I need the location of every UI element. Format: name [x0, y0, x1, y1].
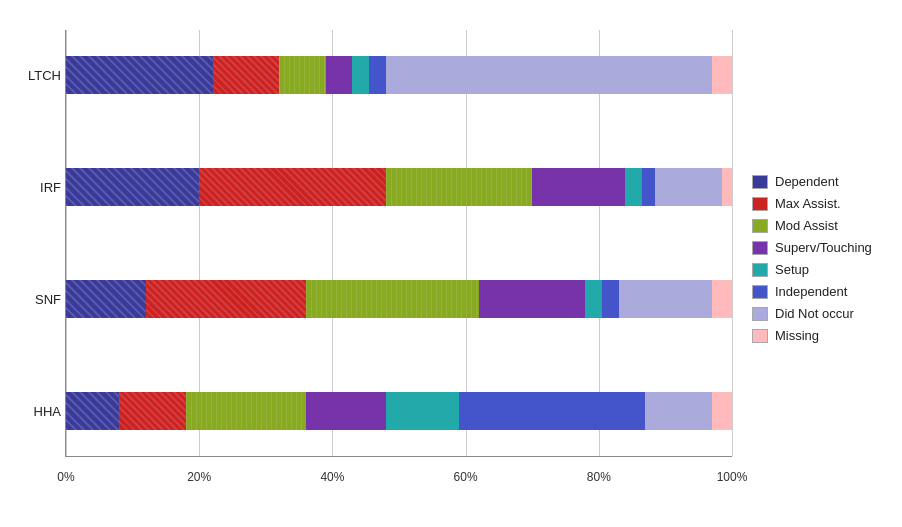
bar-segment-independent [369, 56, 386, 94]
bar-segment-superv-touching [306, 392, 386, 430]
bar-segment-independent [459, 392, 645, 430]
legend-label: Mod Assist [775, 218, 838, 233]
x-axis-label: 80% [587, 470, 611, 484]
bar-segment-independent [642, 168, 655, 206]
bar-segment-independent [602, 280, 619, 318]
bar-row-label: LTCH [11, 68, 61, 83]
bar-segment-did-not-occur [655, 168, 722, 206]
x-axis-label: 60% [454, 470, 478, 484]
bar-segment-setup [352, 56, 369, 94]
bar-segment-missing [722, 168, 732, 206]
legend-item: Missing [752, 328, 892, 343]
bar-row: LTCH [66, 56, 732, 94]
legend-label: Max Assist. [775, 196, 841, 211]
legend-label: Setup [775, 262, 809, 277]
legend-color-box [752, 263, 768, 277]
x-axis-label: 20% [187, 470, 211, 484]
bar-segment-did-not-occur [386, 56, 712, 94]
bar-segment-dependent [66, 168, 199, 206]
bar-segment-missing [712, 56, 732, 94]
bar-segment-max-assist [146, 280, 306, 318]
bar-group: LTCH [66, 56, 732, 94]
x-axis-label: 0% [57, 470, 74, 484]
legend-item: Did Not occur [752, 306, 892, 321]
x-axis-label: 100% [717, 470, 748, 484]
chart-area: LTCHIRFSNFHHA 0%20%40%60%80%100% [65, 30, 732, 457]
legend-color-box [752, 307, 768, 321]
legend-color-box [752, 197, 768, 211]
legend-item: Mod Assist [752, 218, 892, 233]
legend-color-box [752, 241, 768, 255]
bar-segment-superv-touching [479, 280, 586, 318]
bar-segment-missing [712, 392, 732, 430]
x-axis-label: 40% [320, 470, 344, 484]
bar-group: SNF [66, 280, 732, 318]
bar-row-label: HHA [11, 404, 61, 419]
legend-color-box [752, 175, 768, 189]
bar-segment-did-not-occur [619, 280, 712, 318]
bar-segment-missing [712, 280, 732, 318]
bar-segment-superv-touching [532, 168, 625, 206]
legend: DependentMax Assist.Mod AssistSuperv/Tou… [732, 30, 892, 487]
bar-segment-dependent [66, 56, 213, 94]
bar-group: HHA [66, 392, 732, 430]
bar-row: SNF [66, 280, 732, 318]
legend-item: Setup [752, 262, 892, 277]
legend-item: Superv/Touching [752, 240, 892, 255]
legend-color-box [752, 285, 768, 299]
bar-segment-mod-assist [279, 56, 326, 94]
legend-item: Independent [752, 284, 892, 299]
legend-color-box [752, 329, 768, 343]
legend-item: Max Assist. [752, 196, 892, 211]
bar-segment-mod-assist [186, 392, 306, 430]
legend-label: Did Not occur [775, 306, 854, 321]
bar-row-label: IRF [11, 180, 61, 195]
bar-segment-mod-assist [386, 168, 533, 206]
legend-item: Dependent [752, 174, 892, 189]
bar-segment-max-assist [213, 56, 280, 94]
bar-segment-setup [625, 168, 642, 206]
bar-segment-max-assist [119, 392, 186, 430]
bar-row: IRF [66, 168, 732, 206]
bar-segment-did-not-occur [645, 392, 712, 430]
bar-segment-superv-touching [326, 56, 353, 94]
bar-row-label: SNF [11, 292, 61, 307]
bar-group: IRF [66, 168, 732, 206]
legend-label: Missing [775, 328, 819, 343]
legend-label: Independent [775, 284, 847, 299]
bar-segment-setup [585, 280, 602, 318]
bar-segment-dependent [66, 280, 146, 318]
legend-color-box [752, 219, 768, 233]
bar-segment-mod-assist [306, 280, 479, 318]
legend-label: Superv/Touching [775, 240, 872, 255]
chart-container: LTCHIRFSNFHHA 0%20%40%60%80%100% Depende… [0, 0, 902, 527]
bar-segment-max-assist [199, 168, 385, 206]
legend-label: Dependent [775, 174, 839, 189]
bar-row: HHA [66, 392, 732, 430]
bar-segment-setup [386, 392, 459, 430]
bars-area: LTCHIRFSNFHHA [66, 30, 732, 456]
bar-segment-dependent [66, 392, 119, 430]
